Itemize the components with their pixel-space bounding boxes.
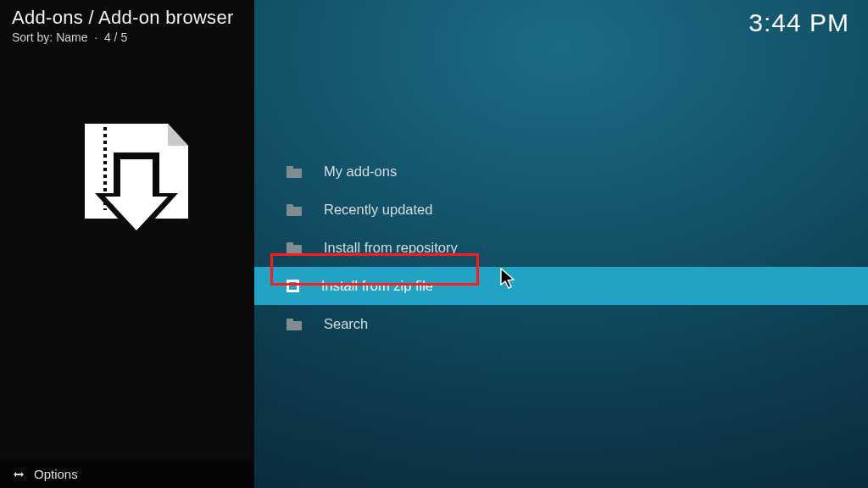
zip-icon (287, 280, 299, 292)
install-zip-context-icon (70, 119, 197, 246)
separator: · (94, 30, 97, 44)
folder-icon (287, 245, 302, 254)
list-item[interactable]: My add-ons (254, 152, 868, 191)
addon-list: My add-onsRecently updatedInstall from r… (254, 152, 868, 343)
folder-icon (287, 207, 302, 216)
list-item[interactable]: Install from zip file (254, 267, 868, 305)
options-icon (12, 468, 25, 481)
sort-label: Sort by: Name (12, 30, 87, 44)
list-item[interactable]: Recently updated (254, 191, 868, 229)
main-panel: 3:44 PM My add-onsRecently updatedInstal… (254, 0, 868, 488)
list-item-label: Install from zip file (321, 278, 433, 294)
folder-icon (287, 321, 302, 330)
list-item[interactable]: Install from repository (254, 229, 868, 267)
sidebar: Add-ons / Add-on browser Sort by: Name ·… (0, 0, 254, 488)
options-button[interactable]: Options (0, 460, 254, 488)
options-label: Options (34, 467, 78, 481)
folder-icon (287, 169, 302, 178)
clock: 3:44 PM (748, 8, 849, 37)
list-item-label: Install from repository (324, 240, 458, 256)
list-position: 4 / 5 (104, 30, 127, 44)
list-item[interactable]: Search (254, 305, 868, 343)
list-item-label: Recently updated (324, 202, 432, 218)
list-item-label: Search (324, 316, 368, 332)
sort-status: Sort by: Name · 4 / 5 (12, 30, 127, 44)
list-item-label: My add-ons (324, 164, 397, 180)
breadcrumb: Add-ons / Add-on browser (12, 7, 234, 29)
